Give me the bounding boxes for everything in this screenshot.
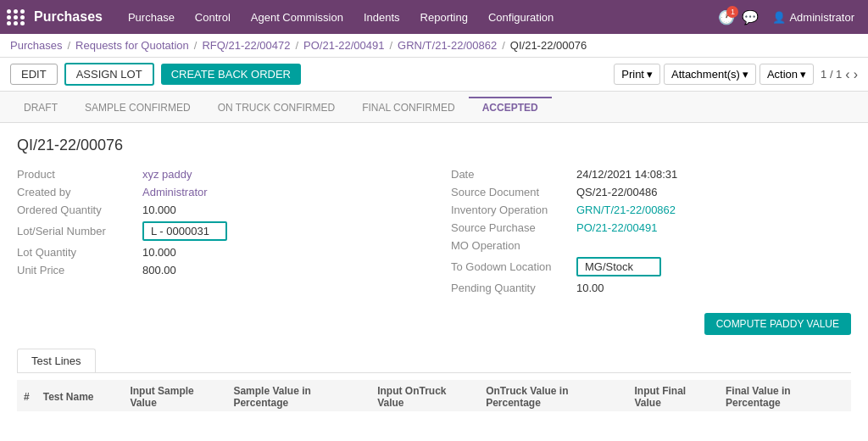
chevron-down-icon: ▾ [800, 68, 806, 81]
product-value[interactable]: xyz paddy [142, 168, 192, 181]
prev-page-button[interactable]: ‹ [845, 67, 849, 82]
unit-price-value: 800.00 [142, 264, 176, 276]
field-date: Date 24/12/2021 14:08:31 [451, 168, 851, 181]
action-bar: EDIT ASSIGN LOT CREATE BACK ORDER Print … [0, 58, 868, 92]
field-unit-price: Unit Price 800.00 [17, 264, 417, 276]
chevron-down-icon: ▾ [743, 68, 748, 81]
date-value: 24/12/2021 14:08:31 [576, 168, 677, 181]
chevron-down-icon: ▾ [647, 68, 653, 81]
notification-icon[interactable]: 🕐 1 [718, 9, 735, 25]
col-ontruck-pct: OnTruck Value in Percentage [479, 380, 627, 411]
field-inventory-op: Inventory Operation GRN/T/21-22/00862 [451, 204, 851, 216]
tabs-section: Test Lines # Test Name Input Sample Valu… [17, 349, 851, 411]
breadcrumb-current: QI/21-22/00076 [510, 39, 587, 52]
lot-qty-value: 10.000 [142, 246, 176, 259]
field-source-doc: Source Document QS/21-22/00486 [451, 186, 851, 198]
godown-location-value[interactable]: MG/Stock [576, 257, 661, 276]
chat-icon[interactable]: 💬 [742, 9, 759, 25]
form-title: QI/21-22/00076 [17, 137, 851, 154]
field-created-by: Created by Administrator [17, 186, 417, 198]
nav-items: Purchase Control Agent Commission Indent… [120, 8, 718, 27]
breadcrumb-po[interactable]: PO/21-22/00491 [303, 39, 384, 52]
next-page-button[interactable]: › [854, 67, 858, 82]
field-to-godown: To Godown Location MG/Stock [451, 257, 851, 276]
status-accepted[interactable]: ACCEPTED [469, 97, 552, 117]
form-right-col: Date 24/12/2021 14:08:31 Source Document… [451, 168, 851, 299]
table-header-row: # Test Name Input Sample Value Sample Va… [17, 380, 851, 411]
status-final-confirmed[interactable]: FINAL CONFIRMED [348, 97, 469, 117]
notif-badge: 1 [726, 6, 738, 18]
field-lot-qty: Lot Quantity 10.000 [17, 246, 417, 259]
breadcrumb-grn[interactable]: GRN/T/21-22/00862 [398, 39, 497, 52]
nav-agent-commission[interactable]: Agent Commission [242, 8, 352, 27]
create-back-order-button[interactable]: CREATE BACK ORDER [161, 64, 301, 85]
pager-text: 1 / 1 [821, 68, 842, 81]
field-mo-op: MO Operation [451, 239, 851, 252]
print-actions: Print ▾ Attachment(s) ▾ Action ▾ [614, 64, 814, 85]
tab-test-lines[interactable]: Test Lines [17, 349, 96, 372]
attachments-dropdown[interactable]: Attachment(s) ▾ [664, 64, 756, 85]
col-final-pct: Final Value in Percentage [719, 380, 851, 411]
action-dropdown[interactable]: Action ▾ [760, 64, 814, 85]
lot-number-value[interactable]: L - 0000031 [142, 221, 227, 241]
print-dropdown[interactable]: Print ▾ [614, 64, 660, 85]
status-bar: DRAFT SAMPLE CONFIRMED ON TRUCK CONFIRME… [0, 92, 868, 123]
field-pending-qty: Pending Quantity 10.00 [451, 282, 851, 294]
compute-paddy-value-button[interactable]: COMPUTE PADDY VALUE [704, 313, 851, 335]
nav-indents[interactable]: Indents [355, 8, 409, 27]
app-title: Purchases [34, 9, 103, 25]
field-lot-number: Lot/Serial Number L - 0000031 [17, 221, 417, 241]
nav-purchase[interactable]: Purchase [120, 8, 183, 27]
ordered-qty-value: 10.000 [142, 204, 176, 216]
edit-button[interactable]: EDIT [10, 64, 58, 85]
tab-header: Test Lines [17, 349, 851, 373]
nav-configuration[interactable]: Configuration [480, 8, 562, 27]
breadcrumb-rfq-number[interactable]: RFQ/21-22/00472 [202, 39, 290, 52]
form-left-col: Product xyz paddy Created by Administrat… [17, 168, 417, 299]
user-label: Administrator [789, 11, 854, 24]
form-grid: Product xyz paddy Created by Administrat… [17, 168, 851, 299]
grid-icon[interactable] [7, 9, 25, 25]
col-test-name: Test Name [36, 380, 124, 411]
user-icon: 👤 [772, 11, 786, 24]
field-source-purchase: Source Purchase PO/21-22/00491 [451, 221, 851, 234]
nav-control[interactable]: Control [186, 8, 239, 27]
main-content: QI/21-22/00076 Product xyz paddy Created… [0, 123, 868, 411]
source-doc-value: QS/21-22/00486 [576, 186, 657, 198]
col-sample-pct: Sample Value in Percentage [226, 380, 370, 411]
user-menu[interactable]: 👤 Administrator [765, 8, 861, 27]
field-ordered-qty: Ordered Quantity 10.000 [17, 204, 417, 216]
breadcrumb: Purchases / Requests for Quotation / RFQ… [0, 34, 868, 58]
created-by-value[interactable]: Administrator [142, 186, 208, 198]
pager: 1 / 1 ‹ › [821, 67, 858, 82]
breadcrumb-rfq[interactable]: Requests for Quotation [75, 39, 189, 52]
status-on-truck-confirmed[interactable]: ON TRUCK CONFIRMED [204, 97, 348, 117]
top-navigation: Purchases Purchase Control Agent Commiss… [0, 0, 868, 34]
source-purchase-value[interactable]: PO/21-22/00491 [576, 221, 657, 234]
col-input-final: Input Final Value [628, 380, 720, 411]
col-input-sample: Input Sample Value [123, 380, 226, 411]
col-hash: # [17, 380, 36, 411]
assign-lot-button[interactable]: ASSIGN LOT [64, 63, 154, 86]
inventory-op-value[interactable]: GRN/T/21-22/00862 [576, 204, 676, 216]
compute-btn-row: COMPUTE PADDY VALUE [17, 313, 851, 335]
status-draft[interactable]: DRAFT [10, 97, 71, 117]
pending-qty-value: 10.00 [576, 282, 604, 294]
nav-right: 🕐 1 💬 👤 Administrator [718, 8, 861, 27]
field-product: Product xyz paddy [17, 168, 417, 181]
col-input-ontruck: Input OnTruck Value [370, 380, 479, 411]
test-lines-table: # Test Name Input Sample Value Sample Va… [17, 380, 851, 411]
status-sample-confirmed[interactable]: SAMPLE CONFIRMED [71, 97, 204, 117]
breadcrumb-purchases[interactable]: Purchases [10, 39, 62, 52]
nav-reporting[interactable]: Reporting [412, 8, 476, 27]
